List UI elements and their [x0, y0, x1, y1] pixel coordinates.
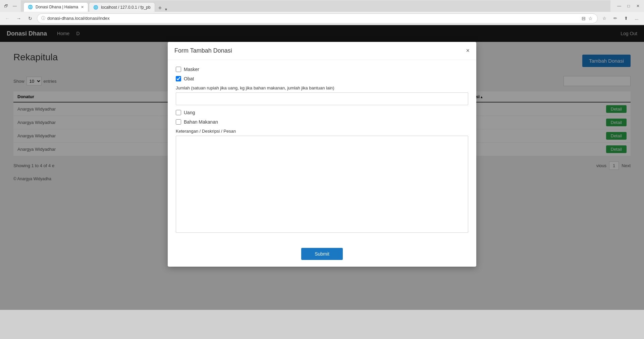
- split-view-icon[interactable]: ⊟: [581, 15, 586, 22]
- obat-label: Obat: [184, 76, 194, 81]
- tab-1-close[interactable]: ✕: [81, 5, 84, 9]
- pen-icon[interactable]: ✏: [610, 14, 620, 23]
- window-minimize[interactable]: —: [616, 3, 623, 9]
- page-content: Donasi Dhana Home D Log Out Rekapitula T…: [0, 25, 644, 310]
- restore-button[interactable]: 🗗: [3, 3, 9, 9]
- window-controls: — □ ✕: [616, 3, 641, 9]
- uang-checkbox-row: Uang: [176, 110, 468, 115]
- browser-chrome: 🗗 — 🌐 Donasi Dhana | Halama ✕ 🌐 localhos…: [0, 0, 644, 25]
- reload-button[interactable]: ↻: [25, 14, 35, 23]
- uang-label: Uang: [184, 110, 195, 115]
- modal-dialog: Form Tambah Donasi × Masker Obat Jumlah …: [168, 42, 476, 267]
- minimize-button[interactable]: —: [11, 3, 18, 9]
- masker-checkbox[interactable]: [176, 67, 181, 72]
- title-bar-controls: 🗗 —: [3, 3, 18, 9]
- forward-button[interactable]: →: [14, 14, 23, 23]
- address-bar-row: ← → ↻ ⓘ donasi-dhana.local/donasi/index …: [0, 12, 644, 25]
- share-icon[interactable]: ⬆: [621, 14, 631, 23]
- jumlah-input[interactable]: [176, 92, 468, 105]
- address-bar[interactable]: ⓘ donasi-dhana.local/donasi/index ⊟ ☆: [37, 13, 598, 23]
- modal-header: Form Tambah Donasi ×: [168, 42, 476, 60]
- keterangan-label: Keterangan / Deskripsi / Pesan: [176, 129, 468, 134]
- submit-button[interactable]: Submit: [301, 248, 343, 260]
- obat-checkbox-row: Obat: [176, 76, 468, 81]
- modal-close-button[interactable]: ×: [466, 47, 470, 54]
- more-icon[interactable]: ...: [632, 14, 641, 23]
- keterangan-textarea[interactable]: [176, 136, 468, 233]
- favorites-icon[interactable]: ☆: [600, 14, 609, 23]
- obat-checkbox[interactable]: [176, 76, 181, 81]
- modal-body: Masker Obat Jumlah (satuan rupiah jika u…: [168, 60, 476, 244]
- tab-bar: 🌐 Donasi Dhana | Halama ✕ 🌐 localhost / …: [21, 0, 610, 12]
- tab-dropdown-button[interactable]: ▾: [165, 7, 167, 12]
- address-text: donasi-dhana.local/donasi/index: [47, 16, 110, 21]
- tab-2[interactable]: 🌐 localhost / 127.0.0.1 / fp_pb: [89, 2, 155, 12]
- bahan-makanan-checkbox[interactable]: [176, 119, 181, 125]
- modal-title: Form Tambah Donasi: [174, 47, 232, 54]
- masker-checkbox-row: Masker: [176, 67, 468, 72]
- back-button[interactable]: ←: [3, 14, 12, 23]
- window-close[interactable]: ✕: [635, 3, 641, 9]
- bahan-makanan-checkbox-row: Bahan Makanan: [176, 119, 468, 125]
- tab-1-label: Donasi Dhana | Halama: [36, 5, 78, 9]
- address-bar-icons: ⊟ ☆: [581, 15, 593, 22]
- tab-2-favicon: 🌐: [93, 5, 98, 10]
- tab-1-favicon: 🌐: [28, 5, 33, 9]
- tab-1[interactable]: 🌐 Donasi Dhana | Halama ✕: [23, 2, 88, 12]
- uang-checkbox[interactable]: [176, 110, 181, 115]
- tab-2-label: localhost / 127.0.0.1 / fp_pb: [101, 5, 150, 10]
- bahan-makanan-label: Bahan Makanan: [184, 119, 218, 125]
- title-bar: 🗗 — 🌐 Donasi Dhana | Halama ✕ 🌐 localhos…: [0, 0, 644, 12]
- jumlah-label: Jumlah (satuan rupiah jika uang, kg jika…: [176, 85, 468, 90]
- secure-icon: ⓘ: [41, 15, 45, 21]
- new-tab-button[interactable]: +: [156, 5, 165, 12]
- bookmark-icon[interactable]: ☆: [588, 15, 593, 22]
- modal-footer: Submit: [168, 244, 476, 267]
- toolbar-icons: ☆ ✏ ⬆ ...: [600, 14, 641, 23]
- masker-label: Masker: [184, 67, 199, 72]
- window-maximize[interactable]: □: [625, 3, 632, 9]
- modal-overlay: Form Tambah Donasi × Masker Obat Jumlah …: [0, 25, 644, 310]
